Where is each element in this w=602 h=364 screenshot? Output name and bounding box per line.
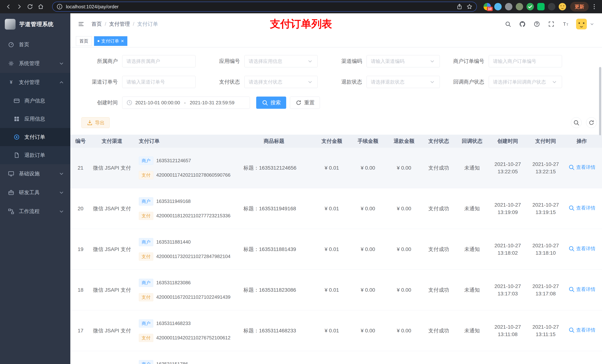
merchant-order-no: 163531151786 (156, 361, 188, 364)
tab-首页[interactable]: 首页 (76, 36, 92, 46)
sidebar-toggle-icon[interactable] (77, 20, 85, 28)
update-button[interactable]: 更新 (570, 2, 589, 11)
site-info-icon[interactable] (56, 3, 63, 10)
sidebar-item-label: 工作流程 (19, 208, 40, 215)
extension-gray-icon[interactable] (505, 3, 512, 10)
view-detail-link[interactable]: 查看详情 (568, 327, 595, 333)
browser-menu-icon[interactable] (591, 3, 598, 10)
breadcrumb-item[interactable]: 首页 (91, 21, 102, 28)
refresh-button[interactable] (586, 117, 597, 128)
reset-button[interactable]: 重置 (290, 96, 320, 109)
app-logo[interactable]: 芋道管理系统 (0, 13, 70, 35)
datetime-line: 2021-10-27 (528, 201, 563, 209)
sidebar-item-home[interactable]: 首页 (0, 35, 70, 54)
cell-status: 支付成功 (422, 205, 455, 212)
view-detail-link[interactable]: 查看详情 (568, 286, 595, 293)
github-icon[interactable] (518, 20, 527, 28)
sidebar-item-devtools[interactable]: 研发工具 (0, 183, 70, 202)
cell-paid: 2021-10-2713:19:15 (527, 201, 565, 216)
cell-order: 商户1635311823086支付42000011672021102710224… (133, 279, 234, 301)
sidebar-item-merchant-info[interactable]: 商户信息 (0, 92, 70, 110)
filter-merchant-input[interactable]: 请选择所属商户 (122, 55, 195, 67)
sidebar-item-app-info[interactable]: 应用信息 (0, 110, 70, 128)
view-detail-label: 查看详情 (576, 205, 595, 211)
datetime-line: 2021-10-27 (528, 323, 563, 331)
cell-created: 2021-10-2713:18:02 (489, 242, 527, 257)
sidebar-item-refund-order[interactable]: 退款订单 (0, 146, 70, 164)
filter-channel-code-select[interactable]: 请输入渠道编码 (366, 55, 440, 67)
sidebar-item-label: 商户信息 (24, 97, 45, 104)
datetime-line: 13:18:02 (490, 249, 525, 257)
view-detail-link[interactable]: 查看详情 (568, 205, 595, 211)
toggle-search-button[interactable] (571, 117, 582, 128)
sidebar-item-system[interactable]: 系统管理 (0, 54, 70, 73)
tab-支付订单[interactable]: 支付订单× (94, 36, 127, 46)
filter-channel-order-no-input[interactable]: 请输入渠道订单号 (122, 76, 195, 88)
extension-wechat-icon[interactable] (537, 3, 545, 10)
font-size-icon[interactable]: TT (562, 20, 570, 28)
chevron-down-icon (58, 208, 65, 215)
cell-channel: 微信 JSAPI 支付 (91, 246, 133, 253)
date-end-value: 2021-10-31 23:59:59 (190, 100, 234, 106)
browser-forward-icon[interactable] (15, 2, 24, 11)
sidebar-item-infrastructure[interactable]: 基础设施 (0, 164, 70, 183)
search-icon[interactable] (504, 20, 512, 28)
doc-icon (13, 151, 20, 159)
breadcrumb-separator: / (105, 21, 106, 27)
help-icon[interactable] (533, 20, 541, 28)
fullscreen-icon[interactable] (547, 20, 555, 28)
cell-paid: 2021-10-2713:17:08 (527, 283, 565, 297)
extension-green-check-icon[interactable] (527, 3, 534, 10)
cell-title: 标题：1635312124656 (234, 165, 314, 171)
cell-order: 商户1635312124657支付42000011742021102780605… (133, 157, 234, 179)
browser-home-icon[interactable] (36, 2, 45, 11)
export-button[interactable]: 导出 (81, 117, 110, 128)
column-header: 商品标题 (234, 138, 314, 145)
filter-notify-status-select[interactable]: 请选择订单回调商户状态 (489, 76, 562, 88)
search-button[interactable]: 搜索 (256, 96, 286, 109)
sidebar-item-pay-order[interactable]: 支付订单 (0, 128, 70, 146)
browser-back-icon[interactable] (4, 2, 13, 11)
sidebar-item-workflow[interactable]: 工作流程 (0, 202, 70, 221)
user-menu[interactable] (576, 19, 595, 29)
column-header: 编号 (70, 138, 91, 145)
filter-label: 支付状态 (204, 78, 244, 85)
sidebar-item-label: 退款订单 (24, 152, 45, 159)
extension-blue-icon[interactable] (494, 3, 502, 10)
address-bar[interactable]: localhost:1024/pay/order (52, 2, 477, 12)
browser-reload-icon[interactable] (26, 2, 34, 11)
filter-channel-order-no: 渠道订单号请输入渠道订单号 (81, 76, 204, 88)
view-detail-link[interactable]: 查看详情 (568, 245, 595, 252)
share-icon[interactable] (456, 3, 463, 10)
update-label: 更新 (575, 3, 584, 10)
pay-order-line: 支付4200001173202110272847982104 (139, 252, 233, 260)
datetime-line: 2021-10-27 (528, 283, 563, 290)
sidebar-nav: 首页系统管理¥支付管理商户信息应用信息支付订单退款订单基础设施研发工具工作流程 (0, 35, 70, 221)
breadcrumb-item[interactable]: 支付管理 (109, 21, 130, 28)
extension-dark-icon[interactable] (548, 3, 555, 10)
bookmark-star-icon[interactable] (466, 3, 473, 10)
extension-colorful-icon[interactable]: 10 (484, 3, 491, 10)
filter-label: 应用编号 (204, 58, 244, 65)
filter-pay-status-select[interactable]: 请选择支付状态 (244, 76, 318, 88)
cell-channel: 微信 JSAPI 支付 (91, 287, 133, 293)
filter-merchant-order-no-input[interactable]: 请输入商户订单编号 (489, 55, 562, 67)
sidebar-item-payment[interactable]: ¥支付管理 (0, 73, 70, 92)
cell-paid: 2021-10-2713:11:15 (527, 323, 565, 338)
search-icon (573, 119, 580, 126)
workflow-icon (7, 208, 15, 215)
create-time-range-input[interactable]: 2021-10-01 00:00:00-2021-10-31 23:59:59 (122, 96, 250, 109)
view-detail-link[interactable]: 查看详情 (568, 164, 595, 171)
close-icon[interactable]: × (121, 39, 124, 44)
topbar: 首页/支付管理/支付订单 支付订单列表 TT (70, 13, 602, 35)
scrollbar-thumb[interactable] (599, 67, 601, 135)
filter-refund-status-select[interactable]: 请选择退款状态 (366, 76, 440, 88)
toolbar-right (571, 117, 597, 128)
filter-label: 创建时间 (81, 99, 122, 106)
caret-down-icon (589, 21, 595, 27)
chevron-down-icon (429, 79, 436, 85)
column-header: 支付状态 (422, 138, 455, 145)
filter-app-no-select[interactable]: 请选择应用信息 (244, 55, 318, 67)
extension-olive-icon[interactable] (516, 3, 523, 10)
extension-emoji-icon[interactable] (559, 3, 566, 10)
